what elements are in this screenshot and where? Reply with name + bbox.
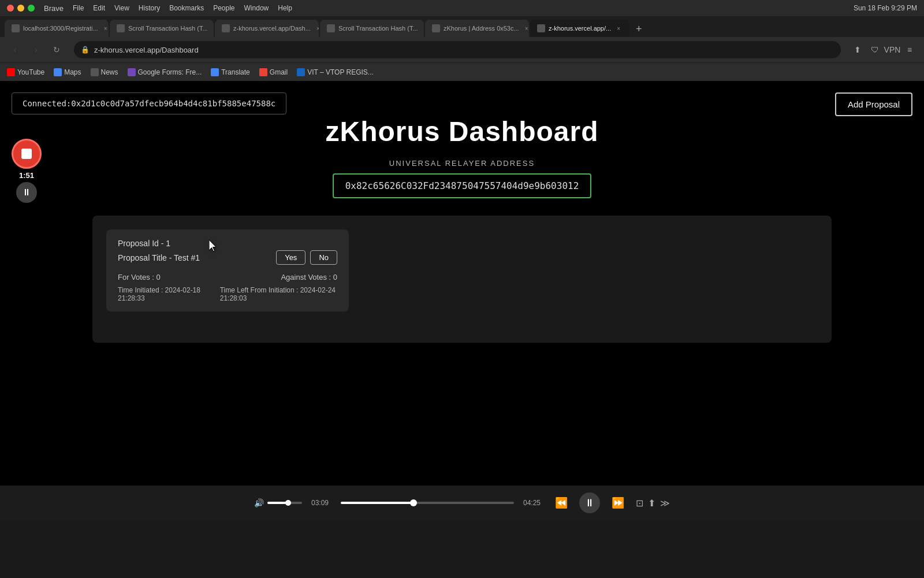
tab-4-close[interactable]: ×: [422, 24, 424, 32]
menu-history[interactable]: History: [139, 4, 160, 12]
tab-3-close[interactable]: ×: [314, 24, 319, 32]
player-progress-fill: [341, 502, 413, 504]
back-button[interactable]: ‹: [7, 42, 23, 58]
tab-1-favicon: [12, 24, 20, 32]
vote-no-button[interactable]: No: [310, 250, 337, 265]
forward-button[interactable]: ›: [28, 42, 44, 58]
bookmark-googleforms-icon: [128, 68, 136, 76]
brave-shield-button[interactable]: 🛡: [867, 42, 882, 57]
tab-5-label: zKhorus | Address 0x53c...: [444, 25, 519, 32]
share-button[interactable]: ⬆: [850, 42, 865, 57]
player-progress-bar[interactable]: [341, 502, 514, 504]
player-total-time: 04:25: [523, 499, 543, 507]
rewind-button[interactable]: ⏪: [553, 494, 570, 512]
tab-3[interactable]: z-khorus.vercel.app/Dash... ×: [215, 20, 319, 37]
tab-6-close[interactable]: ×: [614, 24, 623, 32]
player-progress-thumb: [410, 499, 417, 506]
titlebar-right: Sun 18 Feb 9:29 PM: [854, 4, 917, 12]
tab-1-close[interactable]: ×: [102, 24, 109, 32]
bookmark-news-icon: [91, 68, 99, 76]
proposal-times: Time Initiated : 2024-02-18 21:28:33 Tim…: [118, 286, 337, 302]
time-left: Time Left From Initiation : 2024-02-24 2…: [220, 286, 337, 302]
tab-bar: localhost:3000/Registrati... × Scroll Tr…: [0, 16, 924, 37]
share-media-button[interactable]: ⬆: [648, 498, 655, 509]
tab-2-close[interactable]: ×: [211, 24, 214, 32]
menu-file[interactable]: File: [73, 4, 84, 12]
menu-button[interactable]: ≡: [902, 42, 917, 57]
url-text: z-khorus.vercel.app/Dashboard: [94, 46, 199, 54]
pause-icon: ⏸: [584, 497, 595, 509]
stop-recording-button[interactable]: [12, 139, 42, 169]
proposal-title-text: Proposal Title - Test #1: [118, 253, 200, 262]
add-proposal-button[interactable]: Add Proposal: [835, 92, 912, 116]
dashboard-title: zKhorus Dashboard: [325, 116, 598, 147]
vote-yes-button[interactable]: Yes: [276, 250, 305, 265]
relayer-address: 0x82c65626C032Fd234875047557404d9e9b6030…: [333, 173, 592, 198]
tab-3-favicon: [222, 24, 230, 32]
nav-actions: ⬆ 🛡 VPN ≡: [850, 42, 917, 57]
for-votes: For Votes : 0: [118, 273, 161, 281]
pause-recording-button[interactable]: ⏸: [16, 182, 37, 203]
screen-record-button[interactable]: ⊡: [636, 498, 643, 509]
connected-address-bar: Connected:0x2d1c0c0d7a57dfecb964b4d4c81b…: [12, 92, 286, 114]
tab-5-close[interactable]: ×: [523, 24, 529, 32]
bookmark-news-label: News: [101, 68, 118, 76]
tab-3-label: z-khorus.vercel.app/Dash...: [233, 25, 311, 32]
titlebar: Brave File Edit View History Bookmarks P…: [0, 0, 924, 16]
player-current-time: 03:09: [311, 499, 331, 507]
close-window-button[interactable]: [7, 5, 14, 12]
bookmark-gmail-label: Gmail: [270, 68, 288, 76]
menu-people[interactable]: People: [213, 4, 234, 12]
proposal-id: Proposal Id - 1: [118, 239, 337, 248]
bookmark-youtube[interactable]: YouTube: [7, 68, 44, 76]
nav-bar: ‹ › ↻ 🔒 z-khorus.vercel.app/Dashboard ⬆ …: [0, 37, 924, 62]
volume-bar[interactable]: [267, 502, 302, 504]
menu-view[interactable]: View: [114, 4, 129, 12]
vpn-button[interactable]: VPN: [885, 42, 900, 57]
refresh-button[interactable]: ↻: [49, 42, 65, 58]
proposal-votes-row: For Votes : 0 Against Votes : 0: [118, 273, 337, 281]
play-pause-button[interactable]: ⏸: [579, 492, 600, 513]
maximize-window-button[interactable]: [28, 5, 35, 12]
bookmark-news[interactable]: News: [91, 68, 118, 76]
menu-window[interactable]: Window: [244, 4, 269, 12]
bookmark-googleforms[interactable]: Google Forms: Fre...: [128, 68, 202, 76]
address-bar[interactable]: 🔒 z-khorus.vercel.app/Dashboard: [74, 41, 841, 58]
proposals-section: Proposal Id - 1 Proposal Title - Test #1…: [92, 216, 832, 343]
tab-2[interactable]: Scroll Transaction Hash (T... ×: [110, 20, 214, 37]
more-options-button[interactable]: ≫: [660, 498, 670, 509]
minimize-window-button[interactable]: [17, 5, 24, 12]
dashboard-main: zKhorus Dashboard UNIVERSAL RELAYER ADDR…: [0, 81, 924, 343]
proposal-card: Proposal Id - 1 Proposal Title - Test #1…: [106, 229, 349, 312]
tab-1[interactable]: localhost:3000/Registrati... ×: [5, 20, 109, 37]
traffic-lights: [7, 5, 35, 12]
menu-help[interactable]: Help: [278, 4, 292, 12]
time-initiated: Time Initiated : 2024-02-18 21:28:33: [118, 286, 208, 302]
bookmark-gmail[interactable]: Gmail: [259, 68, 288, 76]
bookmark-maps-label: Maps: [64, 68, 81, 76]
bookmark-translate-label: Translate: [221, 68, 250, 76]
tab-6-label: z-khorus.vercel.app/...: [549, 25, 611, 32]
tab-4[interactable]: Scroll Transaction Hash (T... ×: [320, 20, 424, 37]
bookmark-vit[interactable]: VIT – VTOP REGIS...: [297, 68, 374, 76]
browser-chrome: localhost:3000/Registrati... × Scroll Tr…: [0, 16, 924, 81]
player-extra-buttons: ⊡ ⬆ ≫: [636, 498, 670, 509]
new-tab-button[interactable]: +: [631, 21, 647, 37]
tab-4-label: Scroll Transaction Hash (T...: [338, 25, 418, 32]
menu-edit[interactable]: Edit: [93, 4, 105, 12]
fast-forward-button[interactable]: ⏩: [609, 494, 627, 512]
pause-icon: ⏸: [22, 187, 31, 198]
tab-4-favicon: [327, 24, 335, 32]
menu-bookmarks[interactable]: Bookmarks: [169, 4, 204, 12]
bookmark-maps[interactable]: Maps: [54, 68, 81, 76]
tab-5[interactable]: zKhorus | Address 0x53c... ×: [425, 20, 529, 37]
tab-6-active[interactable]: z-khorus.vercel.app/... ×: [530, 20, 629, 37]
volume-thumb: [285, 500, 291, 506]
recording-time: 1:51: [19, 171, 34, 180]
bookmark-translate[interactable]: Translate: [211, 68, 250, 76]
app-name: Brave: [44, 4, 64, 13]
against-votes: Against Votes : 0: [281, 273, 337, 281]
system-time: Sun 18 Feb 9:29 PM: [854, 4, 917, 12]
vote-buttons: Yes No: [276, 250, 337, 265]
bookmark-googleforms-label: Google Forms: Fre...: [138, 68, 202, 76]
